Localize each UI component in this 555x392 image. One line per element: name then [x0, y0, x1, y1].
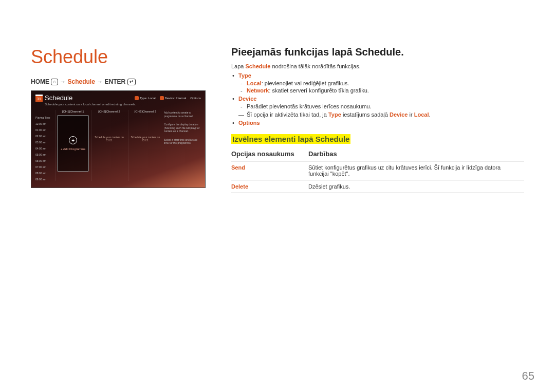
- tv-top-right: Type: Local Device: Internal Options: [135, 96, 201, 100]
- note-sep: ir: [408, 111, 414, 118]
- subsection-heading: Izvēlnes elementi lapā Schedule: [231, 134, 350, 144]
- time-row: 09:00 am: [35, 178, 54, 181]
- note-end: .: [429, 111, 430, 118]
- tv-title: Schedule: [45, 94, 135, 102]
- nav-schedule-label: Schedule: [67, 78, 95, 85]
- time-row: 02:00 am: [35, 135, 54, 138]
- tv-times-column: Playing Time 12:00 am 01:00 am 02:00 am …: [35, 110, 54, 181]
- info-text: Select a start time and a stop time for …: [164, 138, 201, 145]
- local-keyword: Local: [247, 80, 262, 86]
- chip-type-label: Type: Local: [140, 97, 156, 100]
- nav-enter-label: ENTER: [105, 78, 126, 85]
- local-text: : pievienojiet vai rediģējiet grafikus.: [262, 80, 349, 86]
- device-note: Šī opcija ir aktivizēta tikai tad, ja Ty…: [231, 111, 524, 118]
- tv-subtitle: Schedule your content on a local channel…: [31, 103, 205, 108]
- feature-device: Device Parādiet pievienotās krātuves ier…: [238, 96, 524, 109]
- channel-head: [CH3]Channel 3: [130, 110, 161, 113]
- right-column: Pieejamās funkcijas lapā Schedule. Lapa …: [231, 46, 524, 193]
- chip-device-label: Device: Internal: [165, 97, 187, 100]
- note-mid: iestatījums sadaļā: [341, 111, 390, 118]
- nav-arrow: →: [97, 78, 103, 85]
- intro-keyword: Schedule: [246, 63, 271, 69]
- tv-grid: Playing Time 12:00 am 01:00 am 02:00 am …: [31, 108, 205, 183]
- th-option-name: Opcijas nosaukums: [231, 147, 308, 161]
- note-device: Device: [390, 111, 408, 118]
- type-local-item: Local: pievienojiet vai rediģējiet grafi…: [247, 80, 524, 86]
- option-delete-text: Dzēsiet grafikus.: [308, 180, 524, 193]
- channel-col-3: [CH3]Channel 3 Schedule your content on …: [128, 110, 162, 181]
- note-type: Type: [328, 111, 341, 118]
- page-number: 65: [522, 369, 534, 383]
- feature-options: Options: [238, 120, 524, 126]
- playtime-head: Playing Time: [35, 116, 54, 119]
- channel-note: Schedule your content on CH 3.: [130, 134, 161, 144]
- calendar-icon: 31: [35, 95, 43, 102]
- channel-head: [CH1]Channel 1: [57, 110, 89, 113]
- time-row: 05:00 am: [35, 153, 54, 156]
- device-sublist: Parādiet pievienotās krātuves ierīces no…: [238, 103, 524, 109]
- device-label: Device: [238, 96, 256, 102]
- option-delete-label: Delete: [231, 180, 308, 193]
- option-send-text: Sūtiet konfigurētus grafikus uz citu krā…: [308, 161, 524, 180]
- note-pre: Šī opcija ir aktivizēta tikai tad, ja: [247, 111, 328, 118]
- table-row: Send Sūtiet konfigurētus grafikus uz cit…: [231, 161, 524, 180]
- intro-text: Lapa Schedule nodrošina tālāk norādītās …: [231, 63, 524, 69]
- features-list: Type Local: pievienojiet vai rediģējiet …: [231, 72, 524, 109]
- left-column: Schedule HOME ⌂ → Schedule → ENTER ↵ 31 …: [31, 46, 206, 193]
- home-icon: ⌂: [51, 79, 58, 85]
- type-sublist: Local: pievienojiet vai rediģējiet grafi…: [238, 80, 524, 94]
- chip-device: Device: Internal: [160, 96, 187, 100]
- page-title: Schedule: [31, 46, 206, 68]
- network-text: : skatiet serverī konfigurēto tīkla graf…: [269, 87, 368, 94]
- time-row: 03:00 am: [35, 141, 54, 144]
- info-text: Add content to create a programme on a c…: [164, 111, 201, 118]
- feature-type: Type Local: pievienojiet vai rediģējiet …: [238, 72, 524, 94]
- nav-home-label: HOME: [31, 78, 49, 85]
- time-row: 08:00 am: [35, 172, 54, 175]
- note-local: Local: [414, 111, 429, 118]
- time-row: 07:00 am: [35, 165, 54, 169]
- section-heading: Pieejamās funkcijas lapā Schedule.: [231, 46, 524, 58]
- table-header-row: Opcijas nosaukums Darbības: [231, 147, 524, 161]
- time-row: 06:00 am: [35, 159, 54, 162]
- enter-icon: ↵: [127, 79, 136, 85]
- navigation-path: HOME ⌂ → Schedule → ENTER ↵: [31, 78, 206, 85]
- options-label: Options: [238, 120, 260, 126]
- option-send-label: Send: [231, 161, 308, 180]
- channel-note: Schedule your content on CH 2.: [93, 134, 125, 144]
- type-label: Type: [238, 72, 251, 79]
- plus-icon: +: [69, 136, 77, 144]
- device-text: Parādiet pievienotās krātuves ierīces no…: [247, 103, 524, 109]
- features-list-2: Options: [231, 120, 524, 126]
- table-row: Delete Dzēsiet grafikus.: [231, 180, 524, 193]
- tv-header: 31 Schedule Type: Local Device: Internal…: [31, 91, 205, 103]
- chip-device-icon: [160, 96, 164, 100]
- tv-screenshot: 31 Schedule Type: Local Device: Internal…: [31, 90, 206, 188]
- manual-page: Schedule HOME ⌂ → Schedule → ENTER ↵ 31 …: [0, 0, 555, 214]
- intro-post: nodrošina tālāk norādītās funkcijas.: [270, 63, 361, 69]
- tv-info-panel: Add content to create a programme on a c…: [164, 110, 201, 181]
- time-row: 01:00 am: [35, 128, 54, 132]
- time-row: 12:00 am: [35, 122, 54, 125]
- info-text: Configure the display duration (how long…: [164, 123, 201, 133]
- add-programme-card: + + Add Programme: [57, 115, 89, 172]
- channel-col-1: [CH1]Channel 1 + + Add Programme: [55, 110, 90, 181]
- intro-pre: Lapa: [231, 63, 246, 69]
- nav-arrow: →: [60, 78, 66, 85]
- add-programme-label: + Add Programme: [61, 147, 86, 151]
- chip-type: Type: Local: [135, 96, 156, 100]
- chip-type-icon: [135, 96, 139, 100]
- chip-options: Options: [190, 97, 201, 100]
- time-row: 04:00 am: [35, 147, 54, 150]
- network-keyword: Network: [247, 87, 269, 94]
- options-table: Opcijas nosaukums Darbības Send Sūtiet k…: [231, 147, 524, 193]
- th-action: Darbības: [308, 147, 524, 161]
- channel-col-2: [CH2]Channel 2 Schedule your content on …: [91, 110, 126, 181]
- channel-head: [CH2]Channel 2: [93, 110, 125, 113]
- type-network-item: Network: skatiet serverī konfigurēto tīk…: [247, 87, 524, 94]
